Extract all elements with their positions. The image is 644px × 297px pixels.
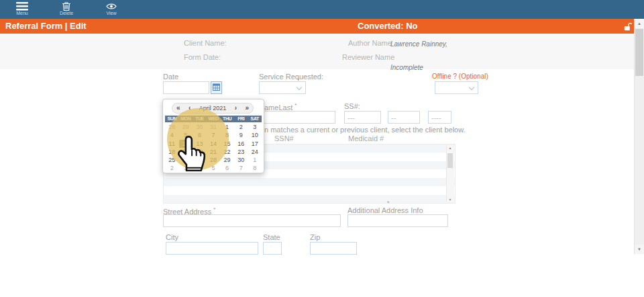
listbox-scrollbar[interactable]: ▲ ▼	[446, 145, 454, 202]
calendar-day[interactable]: 2	[234, 123, 248, 131]
calendar-day[interactable]: 28	[207, 156, 221, 164]
delete-button[interactable]: Delete	[49, 1, 84, 16]
page-title: Referral Form | Edit	[5, 19, 87, 34]
ssn-part1-input[interactable]	[344, 111, 381, 124]
calendar-day[interactable]: 9	[234, 131, 248, 139]
ssn-part2-input[interactable]	[388, 111, 420, 124]
app-window: Menu Delete View Referral Form | Edit Co…	[0, 0, 644, 297]
scroll-down-button[interactable]: ▼	[635, 245, 644, 254]
calendar-week-row: 2345678	[165, 164, 262, 172]
calendar-day[interactable]: 23	[234, 148, 248, 156]
calendar-day[interactable]: 17	[248, 140, 262, 148]
calendar-day[interactable]: 10	[248, 131, 262, 139]
author-name-value: Lawrence Rainney,	[390, 40, 447, 48]
calendar-day[interactable]: 5	[179, 131, 193, 139]
calendar-day[interactable]: 6	[220, 164, 234, 172]
prev-year-button[interactable]: «	[176, 103, 180, 113]
calendar-day[interactable]: 20	[193, 148, 207, 156]
scrollbar-thumb[interactable]	[635, 29, 643, 76]
unlock-icon[interactable]	[623, 22, 633, 32]
date-input[interactable]	[163, 81, 209, 94]
listbox-scroll-up-icon[interactable]: ▲	[447, 146, 453, 150]
calendar-day[interactable]: 24	[248, 148, 262, 156]
calendar-week-row: 2526272829301	[165, 156, 262, 164]
calendar-day[interactable]: 16	[234, 140, 248, 148]
form-date-label: Form Date:	[184, 53, 221, 61]
calendar-day[interactable]: 3	[248, 123, 262, 131]
listbox-scrollbar-thumb[interactable]	[447, 153, 453, 168]
calendar-day[interactable]: 3	[179, 164, 193, 172]
offline-select[interactable]	[435, 81, 478, 94]
calendar-day[interactable]: 11	[165, 140, 179, 148]
zip-input[interactable]	[310, 242, 357, 255]
floating-required-asterisk: *	[387, 200, 390, 206]
calendar-day[interactable]: 30	[193, 123, 207, 131]
next-month-button[interactable]: ›	[235, 103, 237, 113]
calendar-day-header: FRI	[234, 116, 248, 122]
calendar-day[interactable]: 15	[220, 140, 234, 148]
name-input[interactable]	[256, 111, 335, 124]
offline-optional-label: Offline ? (Optional)	[432, 73, 488, 80]
service-requested-required-asterisk: *	[297, 77, 300, 83]
additional-address-input[interactable]	[347, 214, 448, 227]
calendar-day[interactable]: 18	[165, 148, 179, 156]
calendar-day[interactable]: 5	[207, 164, 221, 172]
calendar-week-row: 18192021222324	[165, 148, 262, 156]
trash-icon	[62, 2, 71, 11]
ssn-label: SS#:	[344, 102, 360, 110]
calendar-day-header: TUE	[193, 116, 207, 122]
delete-button-label: Delete	[49, 11, 84, 16]
calendar-day[interactable]: 25	[165, 156, 179, 164]
view-button[interactable]: View	[94, 1, 129, 16]
calendar-day[interactable]: 8	[248, 164, 262, 172]
calendar-day-header: SAT	[248, 116, 262, 122]
calendar-day[interactable]: 19	[179, 148, 193, 156]
calendar-day-header: THU	[220, 116, 234, 122]
calendar-day[interactable]: 4	[193, 164, 207, 172]
calendar-day[interactable]: 22	[220, 148, 234, 156]
service-requested-label: Service Requested:	[259, 73, 323, 81]
calendar-day[interactable]: 2	[165, 164, 179, 172]
calendar-day[interactable]: 6	[193, 131, 207, 139]
ssn-part3-input[interactable]	[428, 111, 451, 124]
calendar-day[interactable]: 27	[193, 156, 207, 164]
calendar-day[interactable]: 8	[220, 131, 234, 139]
prev-month-button[interactable]: ‹	[189, 103, 191, 113]
calendar-day[interactable]: 28	[165, 123, 179, 131]
menu-button[interactable]: Menu	[5, 1, 40, 16]
street-address-input[interactable]	[163, 214, 341, 227]
calendar-day[interactable]: 14	[207, 140, 221, 148]
required-asterisk: *	[213, 206, 215, 212]
city-label: City	[166, 233, 178, 241]
calendar-day[interactable]: 1	[248, 156, 262, 164]
scroll-up-button[interactable]: ▲	[635, 19, 644, 28]
calendar-day[interactable]: 26	[179, 156, 193, 164]
calendar-day-selected[interactable]: 12	[179, 140, 193, 148]
converted-status: Converted: No	[358, 19, 418, 34]
client-match-text-fragment: n matches a current or previous client, …	[264, 126, 466, 134]
calendar-day[interactable]: 21	[207, 148, 221, 156]
calendar-day[interactable]: 7	[207, 131, 221, 139]
page-scrollbar[interactable]: ▲ ▼	[634, 19, 644, 254]
column-header-medicaid: Medicaid #	[348, 134, 384, 142]
calendar-week-row: 45678910	[165, 131, 262, 139]
calendar-day[interactable]: 29	[179, 123, 193, 131]
state-input[interactable]	[263, 242, 282, 255]
eye-icon	[106, 2, 117, 11]
chevron-down-icon	[469, 85, 474, 90]
calendar-day[interactable]: 7	[234, 164, 248, 172]
calendar-week-row: 28293031123	[165, 123, 262, 131]
city-input[interactable]	[166, 242, 258, 255]
date-picker-button[interactable]	[211, 81, 222, 94]
next-year-button[interactable]: »	[245, 103, 249, 113]
calendar-day[interactable]: 31	[207, 123, 221, 131]
name-last-label-fragment: ameLast *	[264, 102, 297, 112]
calendar-day[interactable]: 29	[220, 156, 234, 164]
calendar-day[interactable]: 30	[234, 156, 248, 164]
reviewer-name-label: Reviewer Name	[342, 53, 394, 61]
calendar-day[interactable]: 13	[193, 140, 207, 148]
calendar-day[interactable]: 4	[165, 131, 179, 139]
calendar-day[interactable]: 1	[220, 123, 234, 131]
listbox-scroll-down-icon[interactable]: ▼	[447, 198, 453, 202]
zip-label: Zip	[310, 233, 320, 241]
